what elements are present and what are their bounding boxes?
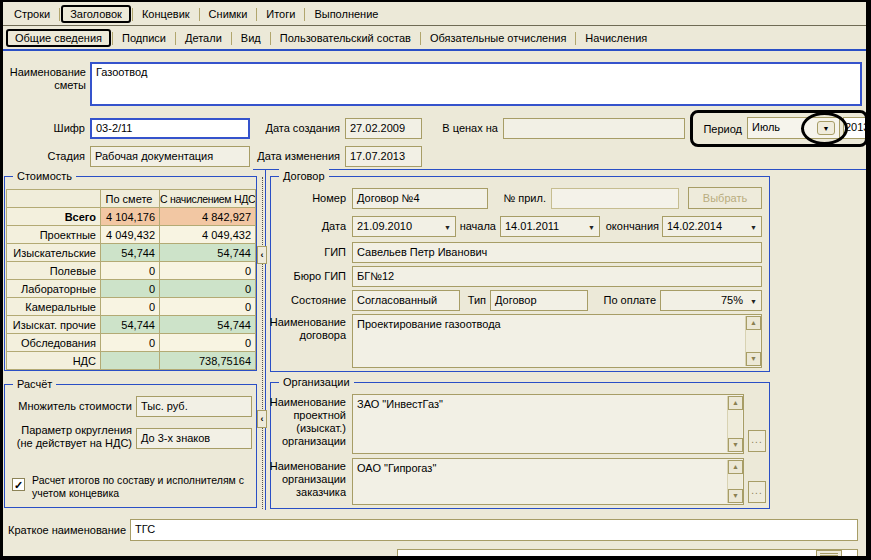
design-org-browse-button[interactable]: ...: [748, 430, 766, 452]
prices-on-field[interactable]: [503, 118, 685, 139]
estimate-name-label: Наименование сметы: [4, 66, 86, 92]
multiplier-field[interactable]: Тыс. руб.: [136, 396, 252, 417]
scrollbar[interactable]: ▲ ▼: [727, 396, 742, 452]
state-label: Состояние: [246, 294, 346, 307]
tab-nachisleniya[interactable]: Начисления: [577, 30, 655, 46]
cost-header-with-vat: С начислением НДС: [160, 190, 256, 208]
tab-obyazatelnye-otchisleniya[interactable]: Обязательные отчисления: [422, 30, 574, 46]
tab-vypolnenie[interactable]: Выполнение: [306, 6, 386, 22]
chevron-down-icon[interactable]: ▼: [750, 294, 757, 307]
resize-grip[interactable]: [816, 550, 842, 558]
state-field[interactable]: Согласованный: [352, 290, 460, 311]
period-month-combo[interactable]: Июль ▼: [747, 117, 840, 139]
gip-field[interactable]: Савельев Петр Иванович: [352, 242, 762, 263]
cost-row-laboratory: Лабораторные 0 0: [7, 280, 256, 298]
chevron-down-icon[interactable]: ▼: [588, 220, 595, 233]
cost-cell: 0: [101, 262, 160, 280]
gip-bureau-label: Бюро ГИП: [246, 270, 346, 283]
primary-tab-bar: Строки Заголовок Концевик Снимки Итоги В…: [6, 3, 386, 25]
scroll-down-icon[interactable]: ▼: [746, 352, 761, 366]
choose-contract-button[interactable]: Выбрать: [688, 187, 762, 209]
scroll-down-icon[interactable]: ▼: [728, 438, 743, 452]
cost-group-title: Стоимость: [13, 169, 76, 183]
tab-obshchie-svedeniya[interactable]: Общие сведения: [6, 29, 111, 47]
cost-row-survey: Изыскательские 54,744 54,744: [7, 244, 256, 262]
customer-org-browse-button[interactable]: ...: [748, 481, 766, 503]
tab-podpisi[interactable]: Подписи: [114, 30, 174, 46]
contract-number-field[interactable]: Договор №4: [352, 188, 488, 209]
stage-label: Стадия: [35, 150, 85, 163]
creation-date-label: Дата создания: [258, 122, 340, 135]
scroll-up-icon[interactable]: ▲: [728, 460, 743, 474]
cost-cell: 4 049,432: [160, 226, 256, 244]
customer-org-textarea[interactable]: ОАО "Гипрогаз" ▲ ▼: [352, 458, 744, 505]
tab-separator: [199, 8, 200, 21]
tab-separator: [575, 32, 576, 45]
contract-name-textarea[interactable]: Проектирование газоотвода ▲ ▼: [352, 314, 762, 368]
cost-cell: 54,744: [101, 244, 160, 262]
tab-zagolovok[interactable]: Заголовок: [61, 5, 131, 23]
collapse-left-button[interactable]: ‹: [257, 410, 267, 428]
totals-checkbox[interactable]: ✓: [12, 478, 25, 491]
end-date-combo[interactable]: 14.02.2014 ▼: [662, 216, 762, 237]
chevron-down-icon[interactable]: ▼: [817, 121, 835, 135]
scroll-up-icon[interactable]: ▲: [746, 316, 761, 330]
change-date-field: 17.07.2013: [345, 146, 422, 167]
payment-combo[interactable]: 75% ▼: [660, 290, 762, 311]
secondary-tab-bar: Общие сведения Подписи Детали Вид Пользо…: [6, 27, 655, 49]
cost-row-label: Полевые: [7, 262, 101, 280]
cost-row-label: Камеральные: [7, 298, 101, 316]
scroll-up-icon[interactable]: ▲: [728, 396, 743, 410]
chevron-down-icon[interactable]: ▼: [750, 220, 757, 233]
period-year-input[interactable]: 2013: [843, 117, 866, 139]
appendix-label: № прил.: [494, 192, 546, 205]
chevron-down-icon[interactable]: ▼: [444, 220, 451, 233]
gip-bureau-field[interactable]: БГ№12: [352, 266, 762, 287]
cost-row-label: Лабораторные: [7, 280, 101, 298]
customer-org-label: Наименование организации заказчика: [264, 460, 346, 499]
scrollbar[interactable]: ▲ ▼: [727, 460, 742, 503]
clipped-next-field[interactable]: [397, 549, 858, 560]
ellipsis-icon: ...: [751, 434, 762, 445]
check-icon: ✓: [14, 479, 23, 491]
tab-polzovatelskiy-sostav[interactable]: Пользовательский состав: [272, 30, 419, 46]
type-label: Тип: [462, 294, 486, 307]
contract-date-combo[interactable]: 21.09.2010 ▼: [352, 216, 456, 237]
type-field[interactable]: Договор: [490, 290, 588, 311]
tab-stroki[interactable]: Строки: [6, 6, 58, 22]
scroll-down-icon[interactable]: ▼: [728, 489, 743, 503]
tab-itogi[interactable]: Итоги: [258, 6, 303, 22]
tab-separator: [231, 32, 232, 45]
cipher-input[interactable]: 03-2/11: [90, 118, 250, 139]
tab-snimki[interactable]: Снимки: [201, 6, 256, 22]
cost-cell: 4 842,927: [160, 208, 256, 226]
cost-table: По смете С начислением НДС Всего 4 104,1…: [6, 189, 256, 370]
short-name-input[interactable]: ТГС: [130, 519, 858, 541]
cost-row-label: Всего: [7, 208, 101, 226]
estimate-name-input[interactable]: Газоотвод: [90, 62, 862, 106]
design-org-textarea[interactable]: ЗАО "ИнвестГаз" ▲ ▼: [352, 394, 744, 454]
short-name-label: Краткое наименование: [8, 524, 126, 537]
contract-name-label: Наименование договора: [264, 316, 346, 342]
cost-cell: [101, 352, 160, 370]
contract-number-label: Номер: [246, 192, 346, 205]
scrollbar[interactable]: ▲ ▼: [745, 316, 760, 366]
start-date-combo[interactable]: 14.01.2011 ▼: [500, 216, 600, 237]
collapse-left-button[interactable]: ‹: [257, 246, 267, 264]
tab-separator: [175, 32, 176, 45]
content-top-border: [0, 49, 871, 51]
cost-cell: 4 049,432: [101, 226, 160, 244]
cost-header-blank: [7, 190, 101, 208]
cost-cell: 0: [160, 298, 256, 316]
cost-cell: 738,75164: [160, 352, 256, 370]
tab-vid[interactable]: Вид: [233, 30, 269, 46]
stage-field[interactable]: Рабочая документация: [90, 146, 250, 167]
cost-row-label: НДС: [7, 352, 101, 370]
rounding-field[interactable]: До 3-х знаков: [136, 428, 252, 449]
tab-koncevik[interactable]: Концевик: [134, 6, 198, 22]
cost-table-header: По смете С начислением НДС: [7, 190, 256, 208]
ellipsis-icon: ...: [751, 485, 762, 496]
cost-cell: 0: [101, 334, 160, 352]
tab-detali[interactable]: Детали: [177, 30, 230, 46]
cost-row-survey-other: Изыскат. прочие 54,744 54,744: [7, 316, 256, 334]
